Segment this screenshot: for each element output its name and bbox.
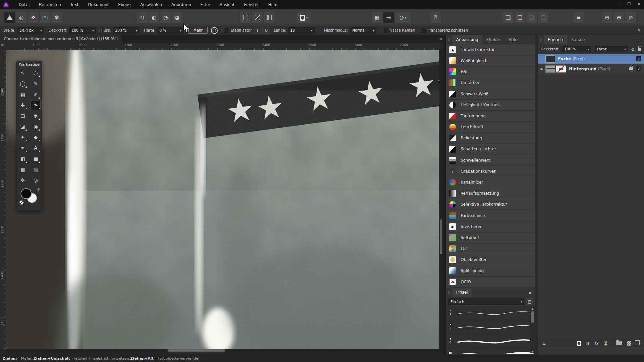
- adjustment-weissabgleich[interactable]: Weißabgleich: [446, 55, 535, 66]
- swap-colors-icon[interactable]: ⇄: [36, 187, 41, 193]
- maximize-button[interactable]: ❐: [624, 0, 634, 9]
- pen-tool[interactable]: ✒: [18, 143, 28, 153]
- quick-mask-button[interactable]: ▾: [296, 12, 311, 23]
- menu-datei[interactable]: Datei: [14, 0, 34, 9]
- adjustment-objektivfilter[interactable]: Objektivfilter: [446, 254, 535, 265]
- window-stabilizer-icon[interactable]: ↻: [262, 27, 270, 34]
- eraser-tool[interactable]: ◪: [18, 122, 28, 131]
- rope-stabilizer-icon[interactable]: Y: [254, 27, 261, 34]
- subtract-selection-button[interactable]: [252, 12, 263, 23]
- protect-alpha-checkbox[interactable]: [422, 28, 426, 33]
- auto-white-balance-button[interactable]: ◕: [172, 12, 183, 23]
- panel-menu-icon[interactable]: ≡: [525, 290, 535, 295]
- new-selection-button[interactable]: [240, 12, 251, 23]
- adjustment-schatten-lichter[interactable]: Schatten / Lichter: [446, 144, 535, 155]
- menu-bearbeiten[interactable]: Bearbeiten: [34, 0, 66, 9]
- move-by-whole-pixels-button[interactable]: ⇥: [383, 12, 394, 23]
- horizontal-scrollbar-thumb[interactable]: [168, 349, 225, 352]
- scroll-up-icon[interactable]: ▲: [531, 307, 533, 310]
- rectangle-tool[interactable]: ■: [31, 154, 41, 164]
- tab-stile[interactable]: Stile: [504, 35, 521, 44]
- freehand-selection-tool[interactable]: ◌: [31, 68, 41, 78]
- crop-tool[interactable]: ▦: [18, 90, 28, 99]
- divide-operation-button[interactable]: ⊘: [625, 12, 636, 23]
- move-forward-button[interactable]: ❏: [514, 12, 526, 23]
- brush-item-1[interactable]: 1: [446, 306, 535, 320]
- brush-listview-button[interactable]: ▤: [526, 298, 533, 305]
- length-input[interactable]: 18 ▾: [288, 27, 315, 34]
- subtract-operation-button[interactable]: ⊖: [613, 12, 625, 23]
- adjustment-kanalmixer[interactable]: Kanalmixer: [446, 177, 535, 188]
- adjustment-tonwertkorrektur[interactable]: ▲Tonwertkorrektur: [446, 44, 535, 55]
- menu-fenster[interactable]: Fenster: [239, 0, 264, 9]
- adjustment-split-toning[interactable]: Split Toning: [446, 265, 535, 277]
- move-to-back-button[interactable]: ❏: [538, 12, 549, 23]
- layer-thumbnail[interactable]: [545, 55, 555, 63]
- tab-anpassung[interactable]: Anpassung: [452, 35, 482, 44]
- auto-contrast-button[interactable]: ◐: [148, 12, 160, 23]
- close-button[interactable]: ✕: [634, 0, 644, 9]
- flow-input[interactable]: 100 % ▾: [113, 27, 139, 34]
- adjustment-farbbalance[interactable]: Farbbalance: [446, 210, 535, 221]
- export-persona-button[interactable]: ✾: [51, 12, 62, 23]
- delete-layer-icon[interactable]: [636, 341, 640, 345]
- menu-anordnen[interactable]: Anordnen: [167, 0, 196, 9]
- layer-effects-icon[interactable]: fx: [594, 341, 598, 346]
- view-tool[interactable]: ✥: [18, 176, 28, 185]
- photo-persona-button[interactable]: [4, 12, 15, 23]
- blend-mode-select[interactable]: Normal ▾: [350, 27, 376, 34]
- layer-visibility-checkbox[interactable]: ✓: [636, 66, 641, 71]
- adjustment-umfaerben[interactable]: Umfärben: [446, 77, 535, 88]
- move-to-front-button[interactable]: ❏: [502, 12, 514, 23]
- hardness-input[interactable]: 0 % ▾: [157, 27, 183, 34]
- gear-icon[interactable]: ⚙: [631, 47, 635, 52]
- add-adjustment-icon[interactable]: ◑: [586, 341, 589, 346]
- minimize-button[interactable]: ─: [614, 0, 624, 9]
- lock-icon[interactable]: [638, 48, 641, 51]
- adjustment-softproof[interactable]: Softproof: [446, 232, 535, 243]
- add-mask-icon[interactable]: [577, 341, 581, 345]
- snapping-button[interactable]: Ω ▾: [395, 12, 411, 23]
- layer-opacity-select[interactable]: 100 % ▾: [562, 46, 591, 52]
- stabilizer-checkbox[interactable]: [225, 28, 229, 33]
- develop-persona-button[interactable]: ❖: [28, 12, 39, 23]
- tab-kanaele[interactable]: Kanäle: [567, 35, 589, 44]
- add-operation-button[interactable]: ⊕: [601, 12, 613, 23]
- vertical-scrollbar[interactable]: [439, 50, 443, 349]
- document-tab[interactable]: Chromatische Abberationen entfernen 3 [G…: [0, 35, 122, 43]
- intersect-selection-button[interactable]: [263, 12, 275, 23]
- assistant-button[interactable]: ♖: [430, 12, 441, 23]
- adjustment-schwellenwert[interactable]: Schwellenwert: [446, 155, 535, 166]
- tab-ebenen[interactable]: Ebenen: [544, 35, 567, 44]
- brush-scrollbar-thumb[interactable]: [531, 311, 534, 323]
- wet-edges-checkbox[interactable]: [384, 28, 388, 33]
- layer-row-hintergrund[interactable]: ▶ ⋈ Hintergrund (Pixel) ✓: [538, 64, 644, 74]
- move-tool[interactable]: ↖: [18, 68, 28, 78]
- document-canvas[interactable]: [6, 50, 439, 349]
- mixer-brush-tool[interactable]: ✾: [31, 111, 41, 121]
- layer-visibility-checkbox[interactable]: ✓: [636, 56, 641, 61]
- menu-hilfe[interactable]: Hilfe: [264, 0, 282, 9]
- panel-grip-icon[interactable]: ‖: [538, 38, 544, 42]
- tone-mapping-persona-button[interactable]: |M|: [39, 12, 51, 23]
- new-layer-icon[interactable]: [627, 341, 631, 346]
- layer-mask-thumbnail[interactable]: ⋈: [556, 65, 566, 73]
- adjustment-belichtung[interactable]: Belichtung: [446, 133, 535, 144]
- adjustment-leuchtkraft[interactable]: Leuchtkraft: [446, 122, 535, 133]
- panel-grip-icon[interactable]: ‖: [446, 38, 452, 42]
- auto-levels-button[interactable]: ⊜: [137, 12, 148, 23]
- layer-row-farbe[interactable]: Farbe (Pixel) ✓: [538, 54, 644, 64]
- group-layers-icon[interactable]: [616, 341, 622, 345]
- selection-brush-tool[interactable]: ✎: [31, 79, 41, 88]
- paint-brush-tool[interactable]: ✑: [31, 101, 41, 110]
- width-input[interactable]: 54,4 px ▾: [17, 27, 44, 34]
- tab-pinsel[interactable]: Pinsel: [452, 288, 472, 297]
- adjustment-hsl[interactable]: HSL: [446, 66, 535, 77]
- sharpen-tool[interactable]: ✦: [18, 133, 28, 142]
- menu-ebene[interactable]: Ebene: [113, 0, 136, 9]
- brush-item-2[interactable]: 2: [446, 320, 535, 335]
- tab-effekte[interactable]: Effekte: [482, 35, 504, 44]
- clone-stamp-tool[interactable]: ▤: [18, 111, 28, 121]
- no-color-swatch[interactable]: [19, 200, 24, 205]
- panel-menu-icon[interactable]: ≡: [634, 37, 644, 42]
